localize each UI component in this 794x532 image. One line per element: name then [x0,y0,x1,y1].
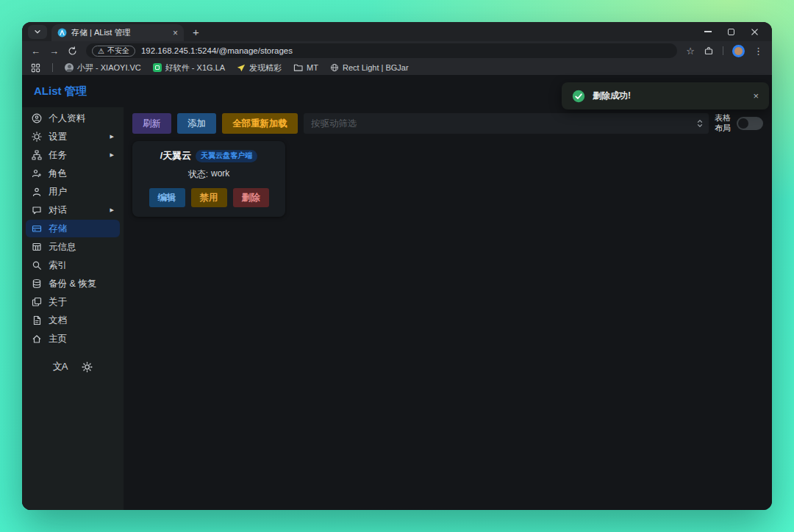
security-chip[interactable]: ⚠ 不安全 [92,46,135,57]
status-label: 状态: [188,168,208,181]
back-icon[interactable]: ← [31,46,40,56]
bookmark-item[interactable]: 发现精彩 [237,62,282,73]
sidebar-item-indexes[interactable]: 索引 [26,256,120,274]
table-layout-toggle[interactable] [737,117,763,130]
url-text: 192.168.245.1:5244/@manage/storages [141,46,293,55]
sidebar-item-settings[interactable]: 设置 ▶ [26,128,120,145]
edit-button[interactable]: 编辑 [149,188,185,207]
sidebar-item-profile[interactable]: 个人资料 [26,109,120,127]
new-tab-button[interactable]: + [193,26,199,38]
bookmark-item[interactable]: 好软件 - X1G.LA [153,62,225,73]
toast-close-icon[interactable]: × [753,90,759,101]
chevron-right-icon: ▶ [110,152,114,158]
delete-button[interactable]: 删除 [233,188,269,207]
sidebar-item-backup[interactable]: 备份 & 恢复 [26,275,120,292]
close-window-icon[interactable] [751,28,759,36]
profile-avatar[interactable] [732,45,745,57]
backup-icon [32,278,42,289]
bookmark-item[interactable]: MT [293,63,318,72]
tab-close-icon[interactable]: × [173,29,178,37]
storage-icon [32,223,42,234]
sidebar-utilities: 文A [26,360,120,373]
filter-wrapper [304,113,709,134]
home-icon [32,334,42,344]
bookmark-star-icon[interactable]: ☆ [686,46,695,56]
sidebar-item-tasks[interactable]: 任务 ▶ [26,146,120,164]
sidebar-item-label: 用户 [49,186,67,198]
reload-all-button[interactable]: 全部重新加载 [222,113,298,134]
tab-search-button[interactable] [28,25,47,39]
sidebar-item-roles[interactable]: 角色 [26,165,120,182]
warning-icon: ⚠ [98,47,104,55]
apps-grid-icon[interactable] [31,63,40,73]
sidebar-item-home[interactable]: 主页 [26,330,120,348]
language-switch-icon[interactable]: 文A [53,360,68,373]
status-value: work [211,168,229,181]
sidebar-item-label: 索引 [49,259,67,272]
bookmarks-bar: 小羿 - XIAOYI.VC 好软件 - X1G.LA 发现精彩 MT [22,60,772,75]
bookmark-label: 好软件 - X1G.LA [165,62,225,73]
mount-path: /天翼云 [160,149,192,162]
address-bar[interactable]: ⚠ 不安全 192.168.245.1:5244/@manage/storage… [86,43,677,58]
sidebar-item-label: 对话 [49,204,67,217]
window-controls [704,28,765,36]
users-icon [32,187,42,197]
success-check-icon [572,90,585,103]
bookmarks-separator [52,63,53,72]
storages-main: 刷新 添加 全部重新加载 表格 布局 [124,107,772,510]
sidebar-item-storages[interactable]: 存储 [26,220,120,237]
theme-sun-icon[interactable] [82,362,93,373]
driver-filter-input[interactable] [304,113,709,134]
reload-icon[interactable] [68,46,77,56]
folder-icon [293,63,303,72]
sidebar-item-conversations[interactable]: 对话 ▶ [26,201,120,219]
browser-tab[interactable]: 存储 | AList 管理 × [51,24,184,41]
about-icon [32,297,42,307]
bookmark-label: MT [307,63,318,72]
toggle-knob [738,118,748,129]
sidebar-item-label: 文档 [49,314,67,327]
storage-card-title-row: /天翼云 天翼云盘客户端 [160,149,258,162]
address-toolbar: ← → ⚠ 不安全 192.168.245.1:5244/@manage/sto… [22,41,772,60]
browser-window: 存储 | AList 管理 × + ← → ⚠ 不安全 192.168.245.… [22,22,772,510]
bookmark-app-icon [153,63,162,72]
disable-button[interactable]: 禁用 [191,188,227,207]
bookmark-label: Rect Light | BGJar [343,63,409,72]
sidebar-item-label: 元信息 [49,241,76,254]
maximize-icon[interactable] [728,29,734,35]
bookmark-avatar-icon [65,63,74,72]
storages-toolbar: 刷新 添加 全部重新加载 表格 布局 [132,113,763,134]
bookmark-plane-icon [237,63,246,72]
refresh-button[interactable]: 刷新 [132,113,171,134]
bookmark-item[interactable]: Rect Light | BGJar [330,63,409,72]
add-button[interactable]: 添加 [177,113,216,134]
driver-badge[interactable]: 天翼云盘客户端 [196,150,257,162]
sidebar-item-metas[interactable]: 元信息 [26,238,120,256]
search-icon [32,260,42,270]
desktop-background: 存储 | AList 管理 × + ← → ⚠ 不安全 192.168.245.… [0,0,794,532]
sidebar-item-users[interactable]: 用户 [26,183,120,201]
globe-icon [330,63,339,72]
chevron-down-icon [33,27,42,36]
sidebar-item-label: 存储 [49,223,67,235]
toolbar-right: ☆ ⋮ [686,45,763,57]
alist-favicon [57,28,67,37]
sort-arrows-icon[interactable] [696,118,704,129]
browser-menu-icon[interactable]: ⋮ [754,46,763,56]
security-label: 不安全 [107,46,129,56]
tab-title: 存储 | AList 管理 [71,27,168,38]
sidebar-item-docs[interactable]: 文档 [26,312,120,329]
toast-message: 删除成功! [593,90,631,102]
minimize-icon[interactable] [704,31,712,32]
page-body: 个人资料 设置 ▶ 任务 ▶ 角色 [22,107,772,510]
sidebar: 个人资料 设置 ▶ 任务 ▶ 角色 [22,107,124,510]
extensions-icon[interactable] [704,46,714,56]
table-layout-label: 表格 布局 [715,113,731,134]
sidebar-item-about[interactable]: 关于 [26,293,120,311]
bookmark-item[interactable]: 小羿 - XIAOYI.VC [65,62,141,73]
sidebar-item-label: 任务 [49,149,67,162]
bookmark-label: 发现精彩 [249,62,282,73]
storage-card-actions: 编辑 禁用 删除 [149,188,269,207]
roles-icon [32,168,42,179]
forward-icon[interactable]: → [49,46,59,56]
